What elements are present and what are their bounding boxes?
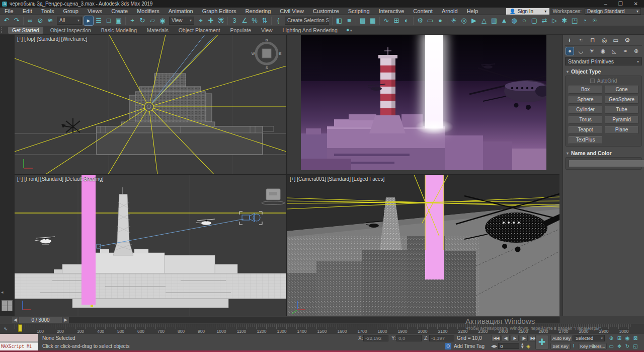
motion-tab-icon[interactable]: ◎ bbox=[601, 37, 608, 44]
zoom-all-icon[interactable]: ⊞ bbox=[616, 334, 623, 342]
name-color-rollout-header[interactable]: ▾ Name and Color bbox=[565, 149, 642, 157]
bind-to-space-warp-icon[interactable]: ≋ bbox=[46, 16, 55, 25]
menu-modifiers[interactable]: Modifiers bbox=[132, 8, 164, 15]
top-view-canvas[interactable]: N E S W bbox=[15, 35, 286, 174]
create-torus-button[interactable]: Torus bbox=[569, 116, 602, 124]
create-geosphere-button[interactable]: GeoSphere bbox=[605, 96, 638, 104]
collapse-strip-icon[interactable]: ◂ bbox=[1, 290, 4, 295]
menu-animation[interactable]: Animation bbox=[164, 8, 198, 15]
autogrid-checkbox[interactable]: AutoGrid bbox=[569, 78, 638, 84]
spinner-snap-icon[interactable]: ⇅ bbox=[260, 16, 269, 25]
key-filters-button[interactable]: Key Filters... bbox=[579, 343, 607, 349]
named-selection-sets-dropdown[interactable]: Create Selection Se▾ bbox=[285, 17, 329, 25]
pan-icon[interactable]: ❖ bbox=[616, 342, 623, 350]
orbit-icon[interactable]: ↻ bbox=[624, 342, 631, 350]
sun-positioner-icon[interactable]: ◎ bbox=[459, 16, 468, 25]
menu-edit[interactable]: Edit bbox=[18, 8, 37, 15]
select-object-icon[interactable]: ▸ bbox=[84, 16, 93, 25]
menu-scripting[interactable]: Scripting bbox=[344, 8, 374, 15]
redo-icon[interactable]: ↷ bbox=[12, 16, 21, 25]
menu-views[interactable]: Views bbox=[83, 8, 107, 15]
maximize-button[interactable]: ❐ bbox=[618, 1, 623, 7]
layer-explorer-icon[interactable]: ▤ bbox=[358, 16, 367, 25]
object-name-input[interactable] bbox=[569, 160, 644, 167]
key-mode-toggle-icon[interactable]: ◈ bbox=[526, 343, 530, 349]
keyboard-shortcut-override-icon[interactable]: ⌘ bbox=[216, 16, 225, 25]
book-icon[interactable]: ▥ bbox=[490, 16, 499, 25]
add-time-tag-icon[interactable]: ⊙ bbox=[445, 343, 451, 349]
select-and-place-icon[interactable]: ◉ bbox=[158, 16, 167, 25]
viewport-top[interactable]: [+] [Top] [Standard] [Wireframe] bbox=[15, 35, 286, 174]
menu-interactive[interactable]: Interactive bbox=[374, 8, 409, 15]
key-pose-icon[interactable]: ⌇ bbox=[573, 343, 575, 348]
next-frame-nudge[interactable]: ▶ bbox=[62, 317, 69, 323]
select-and-manipulate-icon[interactable]: ✚ bbox=[206, 16, 215, 25]
create-tab-icon[interactable]: + bbox=[566, 37, 573, 44]
geometry-category-icon[interactable]: ● bbox=[566, 47, 574, 55]
unlink-selection-icon[interactable]: ⊘ bbox=[36, 16, 45, 25]
viewport-layout-tab[interactable] bbox=[2, 300, 13, 311]
select-and-move-icon[interactable]: + bbox=[128, 16, 137, 25]
create-tube-button[interactable]: Tube bbox=[605, 106, 638, 114]
menu-tools[interactable]: Tools bbox=[37, 8, 59, 15]
go-to-start-icon[interactable]: |◀◀ bbox=[491, 335, 501, 341]
helpers-category-icon[interactable]: ◺ bbox=[610, 47, 618, 55]
bulb-icon[interactable]: ⍟ bbox=[590, 16, 599, 25]
select-by-name-icon[interactable]: ☰ bbox=[94, 16, 103, 25]
create-pyramid-button[interactable]: Pyramid bbox=[605, 116, 638, 124]
bell-icon[interactable]: ◍ bbox=[510, 16, 519, 25]
current-frame-marker[interactable] bbox=[18, 324, 22, 332]
select-and-scale-icon[interactable]: ▱ bbox=[148, 16, 157, 25]
track-bar[interactable]: ∿ 10020030040050060070080090010001100120… bbox=[0, 324, 644, 334]
select-and-link-icon[interactable]: ∞ bbox=[26, 16, 35, 25]
use-pivot-point-center-icon[interactable]: ⌖ bbox=[196, 16, 205, 25]
menu-group[interactable]: Group bbox=[58, 8, 83, 15]
auto-key-button[interactable]: Auto Key bbox=[550, 335, 573, 341]
ribbon-overflow-button[interactable]: ⏺ ▾ bbox=[347, 27, 352, 33]
workspace-dropdown[interactable]: Design Standard ▾ bbox=[585, 8, 641, 15]
create-box-button[interactable]: Box bbox=[569, 86, 602, 94]
play-icon[interactable]: ▶ bbox=[511, 335, 519, 341]
select-and-rotate-icon[interactable]: ↻ bbox=[138, 16, 147, 25]
candle-icon[interactable]: ▲ bbox=[500, 16, 509, 25]
menu-create[interactable]: Create bbox=[107, 8, 132, 15]
menu-file[interactable]: File bbox=[0, 8, 18, 15]
viewport-front[interactable]: [+] [Front] [Standard] [Default Shading] bbox=[15, 175, 286, 316]
ribbon-tab-basic-modeling[interactable]: Basic Modeling bbox=[96, 27, 142, 34]
macro-recorder-pane[interactable] bbox=[0, 334, 38, 342]
menu-civil-view[interactable]: Civil View bbox=[275, 8, 308, 15]
render-setup-icon[interactable]: ⚙ bbox=[416, 16, 425, 25]
ribbon-tab-get-started[interactable]: Get Started bbox=[8, 27, 43, 34]
primitives-dropdown[interactable]: Standard Primitives ▾ bbox=[565, 57, 642, 65]
ring-icon[interactable]: ○ bbox=[520, 16, 529, 25]
create-plane-button[interactable]: Plane bbox=[605, 126, 638, 134]
material-editor-icon[interactable]: ◐ bbox=[402, 16, 411, 25]
zoom-region-icon[interactable]: ▭ bbox=[608, 342, 615, 350]
window-icon[interactable]: ◳ bbox=[570, 16, 579, 25]
arrows-transfer-icon[interactable]: ⇄ bbox=[540, 16, 549, 25]
systems-category-icon[interactable]: ⊚ bbox=[632, 47, 640, 55]
front-view-canvas[interactable] bbox=[15, 175, 286, 316]
zoom-extents-icon[interactable]: ◉ bbox=[624, 334, 631, 342]
modify-tab-icon[interactable]: ≈ bbox=[578, 37, 585, 44]
menu-content[interactable]: Content bbox=[409, 8, 437, 15]
ribbon-tab-object-placement[interactable]: Object Placement bbox=[174, 27, 225, 34]
ribbon-grip[interactable] bbox=[1, 27, 5, 33]
create-cylinder-button[interactable]: Cylinder bbox=[569, 106, 602, 114]
key-selection-dropdown[interactable]: Selected ▾ bbox=[574, 335, 605, 341]
play-clip-icon[interactable]: ▷ bbox=[550, 16, 559, 25]
shapes-category-icon[interactable]: ◡ bbox=[577, 47, 585, 55]
angle-snap-icon[interactable]: ∠ bbox=[240, 16, 249, 25]
rectangular-selection-region-icon[interactable]: □ bbox=[104, 16, 113, 25]
window-crossing-icon[interactable]: ▣ bbox=[114, 16, 123, 25]
camera-view-canvas[interactable] bbox=[287, 175, 559, 316]
viewport-top-label[interactable]: [+] [Top] [Standard] [Wireframe] bbox=[17, 36, 87, 42]
maximize-viewport-icon[interactable]: ◱ bbox=[632, 342, 639, 350]
viewport-front-label[interactable]: [+] [Front] [Standard] [Default Shading] bbox=[17, 176, 104, 182]
lights-category-icon[interactable]: ☀ bbox=[588, 47, 596, 55]
menu-rendering[interactable]: Rendering bbox=[241, 8, 276, 15]
rendered-scene[interactable] bbox=[301, 35, 546, 170]
render-production-icon[interactable]: ● bbox=[436, 16, 445, 25]
track-bar-ruler[interactable]: 1002003004005006007008009001000110012001… bbox=[15, 324, 632, 334]
y-coordinate-field[interactable]: 0,0 bbox=[396, 335, 422, 341]
